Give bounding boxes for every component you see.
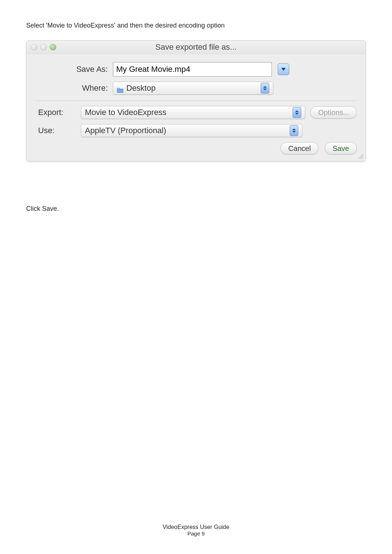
footer-page: Page 9 — [0, 530, 392, 537]
svg-rect-1 — [117, 88, 120, 89]
stepper-icon[interactable] — [290, 125, 298, 136]
titlebar: Save exported file as... — [26, 41, 366, 54]
dialog-title: Save exported file as... — [26, 42, 366, 52]
save-as-row: Save As: — [35, 62, 357, 77]
export-select[interactable]: Movie to VideoExpress — [81, 106, 305, 119]
after-instruction-text: Click Save. — [26, 205, 366, 213]
use-label: Use: — [35, 126, 81, 135]
footer-title: VideoExpress User Guide — [0, 524, 392, 530]
options-label: Options... — [318, 108, 349, 117]
use-select[interactable]: AppleTV (Proportional) — [81, 124, 302, 137]
cancel-button[interactable]: Cancel — [281, 142, 318, 155]
instruction-text: Select 'Movie to VideoExpress' and then … — [26, 22, 366, 29]
where-value: Desktop — [126, 83, 159, 93]
export-value: Movie to VideoExpress — [85, 108, 170, 117]
folder-icon — [117, 86, 123, 91]
use-value: AppleTV (Proportional) — [85, 126, 169, 135]
where-select[interactable]: Desktop — [113, 82, 273, 95]
resize-grip-icon[interactable] — [357, 152, 363, 159]
svg-line-3 — [360, 156, 363, 159]
page-footer: VideoExpress User Guide Page 9 — [0, 524, 392, 537]
save-as-label: Save As: — [35, 65, 113, 74]
use-row: Use: AppleTV (Proportional) — [35, 124, 357, 137]
divider — [35, 100, 357, 101]
cancel-label: Cancel — [288, 144, 311, 153]
chevron-down-icon — [281, 68, 286, 71]
export-row: Export: Movie to VideoExpress Options... — [35, 106, 357, 119]
save-button[interactable]: Save — [325, 142, 357, 155]
svg-rect-0 — [117, 89, 123, 93]
save-label: Save — [332, 144, 349, 153]
dialog-buttons: Cancel Save — [35, 142, 357, 155]
export-label: Export: — [35, 108, 81, 117]
stepper-icon[interactable] — [261, 83, 269, 94]
options-button[interactable]: Options... — [310, 106, 357, 119]
dialog-body: Save As: Where: Desktop — [26, 54, 366, 161]
where-row: Where: Desktop — [35, 82, 357, 95]
stepper-icon[interactable] — [293, 107, 301, 118]
save-dialog: Save exported file as... Save As: Where: — [26, 40, 366, 161]
disclosure-button[interactable] — [278, 63, 289, 75]
svg-line-4 — [362, 157, 363, 159]
save-as-input[interactable] — [113, 62, 272, 77]
where-label: Where: — [35, 83, 113, 93]
